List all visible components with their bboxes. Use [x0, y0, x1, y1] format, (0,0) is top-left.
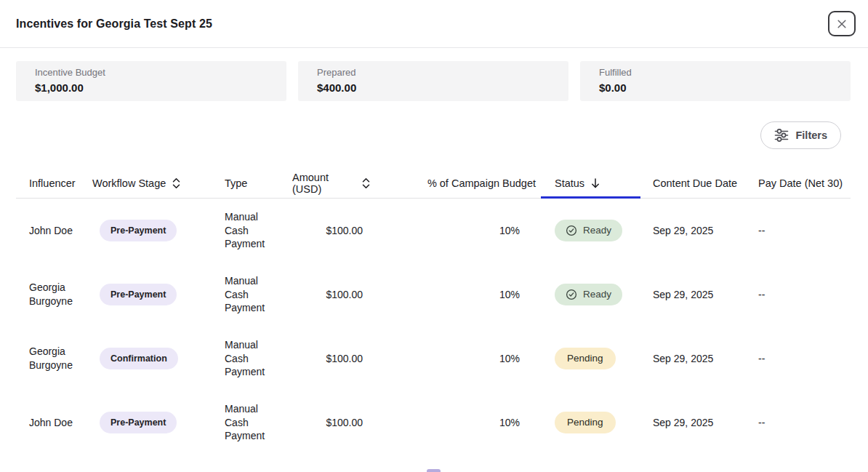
table-row: John Doe Pre-Payment Manual Cash Payment…: [16, 391, 851, 455]
status-label: Pending: [567, 416, 603, 429]
pay-date-value: --: [758, 416, 765, 430]
table-header-row: Influencer Workflow Stage Type Amount (U…: [16, 168, 851, 199]
sliders-icon: [774, 128, 789, 143]
type-text: Manual Cash Payment: [225, 338, 276, 380]
column-header[interactable]: Workflow Stage: [92, 168, 225, 198]
column-header-label: Amount (USD): [292, 172, 355, 195]
sort-chevrons-icon: [361, 177, 371, 189]
column-header: % of Campaign Budget: [416, 168, 539, 198]
column-header: Type: [225, 168, 292, 198]
sort-chevrons-icon: [172, 177, 181, 189]
filters-button[interactable]: Filters: [760, 121, 841, 149]
pct-of-budget-cell: 10%: [416, 416, 539, 430]
pay-date-value: --: [758, 224, 765, 238]
type-cell: Manual Cash Payment: [225, 210, 292, 252]
status-badge: Ready: [555, 220, 622, 241]
workflow-stage-cell: Pre-Payment: [92, 220, 225, 242]
content-due-date-value: Sep 29, 2025: [653, 224, 713, 238]
influencer-cell: Georgia Burgoyne: [16, 281, 92, 308]
check-circle-icon: [566, 289, 577, 300]
status-label: Ready: [583, 224, 611, 237]
pct-of-budget-value: 10%: [499, 224, 520, 238]
column-header: Content Due Date: [651, 168, 756, 198]
type-text: Manual Cash Payment: [225, 210, 276, 252]
close-icon: [835, 17, 848, 31]
pct-of-budget-value: 10%: [499, 288, 520, 302]
amount-value: $100.00: [326, 224, 363, 238]
content-due-date-cell: Sep 29, 2025: [651, 224, 756, 238]
influencer-cell: John Doe: [16, 224, 92, 238]
pay-date-cell: --: [756, 288, 851, 302]
influencer-name: John Doe: [29, 416, 73, 430]
pct-of-budget-value: 10%: [499, 416, 520, 430]
table-row: John Doe Pre-Payment Manual Cash Payment…: [16, 199, 851, 263]
content-due-date-value: Sep 29, 2025: [653, 288, 713, 302]
column-header[interactable]: Amount (USD): [292, 168, 416, 198]
table-row: Georgia Burgoyne Confirmation Manual Cas…: [16, 327, 851, 391]
pct-of-budget-value: 10%: [499, 352, 520, 366]
close-button[interactable]: [828, 11, 856, 36]
type-cell: Manual Cash Payment: [225, 338, 292, 380]
pagination-button-peek[interactable]: [427, 469, 441, 472]
table-body: John Doe Pre-Payment Manual Cash Payment…: [16, 199, 851, 455]
column-header-label: Content Due Date: [653, 177, 737, 189]
pay-date-cell: --: [756, 224, 851, 238]
column-header-label: Type: [225, 177, 247, 189]
workflow-stage-cell: Pre-Payment: [92, 284, 225, 306]
status-cell: Ready: [539, 284, 651, 305]
column-header[interactable]: Status: [539, 168, 651, 198]
table-row: Georgia Burgoyne Pre-Payment Manual Cash…: [16, 263, 851, 327]
influencer-cell: Georgia Burgoyne: [16, 345, 92, 372]
column-header-label: % of Campaign Budget: [427, 177, 536, 189]
check-circle-icon: [566, 225, 577, 236]
content-due-date-cell: Sep 29, 2025: [651, 416, 756, 430]
modal-title: Incentives for Georgia Test Sept 25: [16, 17, 212, 31]
card-label: Incentive Budget: [35, 66, 275, 79]
filters-button-label: Filters: [795, 129, 827, 141]
card-value: $400.00: [317, 81, 557, 95]
workflow-stage-badge: Confirmation: [100, 348, 178, 370]
influencer-name: John Doe: [29, 224, 73, 238]
type-text: Manual Cash Payment: [225, 274, 276, 316]
status-cell: Pending: [539, 412, 651, 433]
card-fulfilled: Fulfilled $0.00: [580, 61, 851, 101]
pay-date-value: --: [758, 288, 765, 302]
influencer-name: Georgia Burgoyne: [29, 345, 92, 372]
amount-cell: $100.00: [292, 416, 416, 430]
content-due-date-cell: Sep 29, 2025: [651, 288, 756, 302]
content-due-date-value: Sep 29, 2025: [653, 352, 713, 366]
column-header-label: Status: [555, 177, 584, 189]
workflow-stage-badge: Pre-Payment: [100, 412, 177, 434]
incentives-table: Influencer Workflow Stage Type Amount (U…: [16, 168, 851, 455]
influencer-name: Georgia Burgoyne: [29, 281, 92, 308]
card-value: $0.00: [599, 81, 839, 95]
pct-of-budget-cell: 10%: [416, 352, 539, 366]
pct-of-budget-cell: 10%: [416, 224, 539, 238]
card-label: Fulfilled: [599, 66, 839, 79]
summary-cards: Incentive Budget $1,000.00 Prepared $400…: [16, 61, 851, 101]
amount-value: $100.00: [326, 288, 363, 302]
type-cell: Manual Cash Payment: [225, 274, 292, 316]
content-due-date-cell: Sep 29, 2025: [651, 352, 756, 366]
type-text: Manual Cash Payment: [225, 402, 276, 444]
status-badge: Pending: [555, 412, 616, 433]
card-incentive-budget: Incentive Budget $1,000.00: [16, 61, 286, 101]
column-header-label: Workflow Stage: [92, 177, 166, 189]
column-header-label: Influencer: [29, 177, 76, 189]
column-header: Pay Date (Net 30): [756, 168, 851, 198]
pct-of-budget-cell: 10%: [416, 288, 539, 302]
status-cell: Pending: [539, 348, 651, 369]
amount-value: $100.00: [326, 416, 363, 430]
content-due-date-value: Sep 29, 2025: [653, 416, 713, 430]
amount-cell: $100.00: [292, 352, 416, 366]
card-label: Prepared: [317, 66, 557, 79]
amount-value: $100.00: [326, 352, 363, 366]
type-cell: Manual Cash Payment: [225, 402, 292, 444]
pay-date-value: --: [758, 352, 765, 366]
amount-cell: $100.00: [292, 224, 416, 238]
column-header: Influencer: [16, 168, 92, 198]
pay-date-cell: --: [756, 352, 851, 366]
sort-desc-icon: [590, 177, 600, 189]
status-cell: Ready: [539, 220, 651, 241]
workflow-stage-cell: Confirmation: [92, 348, 225, 370]
